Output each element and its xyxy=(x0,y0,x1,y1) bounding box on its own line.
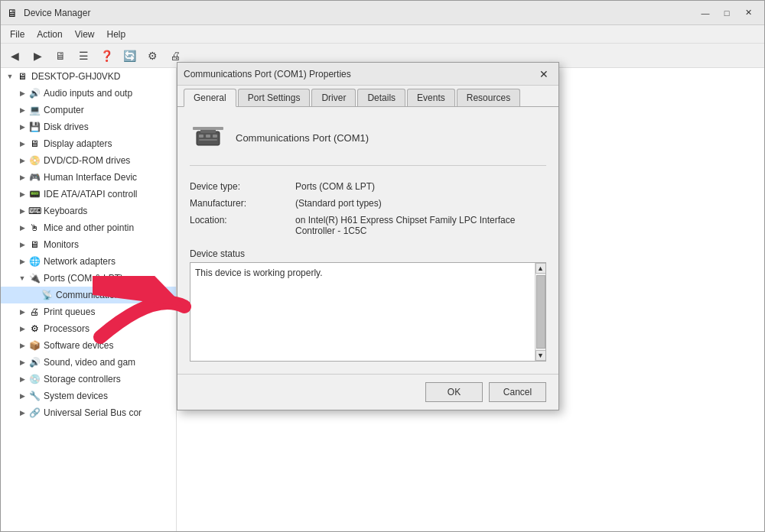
scrollbar: ▲ ▼ xyxy=(535,263,545,361)
maximize-button[interactable]: □ xyxy=(717,5,737,21)
menu-help[interactable]: Help xyxy=(101,28,132,41)
ide-expand: ▶ xyxy=(16,188,28,200)
tree-item-human[interactable]: ▶ 🎮 Human Interface Devic xyxy=(1,169,176,186)
tree-item-print[interactable]: ▶ 🖨 Print queues xyxy=(1,303,176,320)
menu-file[interactable]: File xyxy=(4,28,31,41)
dialog-tab-bar: General Port Settings Driver Details Eve… xyxy=(177,86,558,107)
audio-icon: 🔊 xyxy=(28,87,41,99)
comm-port-icon-svg xyxy=(193,124,223,151)
tree-item-ports[interactable]: ▼ 🔌 Ports (COM & LPT) xyxy=(1,270,176,287)
close-button[interactable]: ✕ xyxy=(738,5,758,21)
tree-item-ide[interactable]: ▶ 📟 IDE ATA/ATAPI controll xyxy=(1,186,176,203)
tree-item-processors[interactable]: ▶ ⚙ Processors xyxy=(1,320,176,337)
tab-general[interactable]: General xyxy=(184,89,236,107)
tree-item-keyboards[interactable]: ▶ ⌨ Keyboards xyxy=(1,203,176,219)
toolbar-refresh[interactable]: 🔄 xyxy=(119,46,140,66)
keyboards-label: Keyboards xyxy=(44,206,87,216)
toolbar-settings[interactable]: ⚙ xyxy=(142,46,163,66)
tree-item-sound[interactable]: ▶ 🔊 Sound, video and gam xyxy=(1,354,176,371)
prop-value-mfr: (Standard port types) xyxy=(295,198,546,209)
processors-label: Processors xyxy=(44,323,90,334)
tree-item-software[interactable]: ▶ 📦 Software devices xyxy=(1,337,176,354)
dvd-label: DVD/CD-ROM drives xyxy=(44,155,130,166)
dvd-icon: 📀 xyxy=(28,154,41,167)
prop-label-type: Device type: xyxy=(190,181,289,192)
menu-action[interactable]: Action xyxy=(31,28,68,41)
dialog-title-bar: Communications Port (COM1) Properties ✕ xyxy=(177,63,558,86)
root-label: DESKTOP-GHJ0VKD xyxy=(31,71,120,82)
human-expand: ▶ xyxy=(16,171,28,183)
prop-label-location: Location: xyxy=(190,215,289,236)
system-icon: 🔧 xyxy=(28,390,41,402)
dialog-footer: OK Cancel xyxy=(177,374,558,410)
tab-details[interactable]: Details xyxy=(357,89,405,106)
disk-icon: 💾 xyxy=(28,121,41,133)
dvd-expand: ▶ xyxy=(16,154,28,167)
ide-icon: 📟 xyxy=(28,188,41,200)
storage-expand: ▶ xyxy=(16,373,28,385)
comm-label: Communications P xyxy=(56,290,133,300)
sound-label: Sound, video and gam xyxy=(44,357,135,368)
svg-rect-1 xyxy=(197,131,220,145)
scrollbar-thumb[interactable] xyxy=(536,275,545,349)
tree-root[interactable]: ▼ 🖥 DESKTOP-GHJ0VKD xyxy=(1,68,176,85)
menu-view[interactable]: View xyxy=(69,28,101,41)
sound-expand: ▶ xyxy=(16,356,28,368)
tree-item-mice[interactable]: ▶ 🖱 Mice and other pointin xyxy=(1,219,176,236)
scrollbar-up[interactable]: ▲ xyxy=(536,263,546,274)
scrollbar-down[interactable]: ▼ xyxy=(536,350,546,361)
tree-item-computer[interactable]: ▶ 💻 Computer xyxy=(1,102,176,118)
toolbar-list[interactable]: ☰ xyxy=(73,46,94,66)
human-label: Human Interface Devic xyxy=(44,172,137,183)
tree-item-audio[interactable]: ▶ 🔊 Audio inputs and outp xyxy=(1,85,176,102)
minimize-button[interactable]: — xyxy=(695,5,715,21)
mice-label: Mice and other pointin xyxy=(44,222,134,233)
title-bar-left: 🖥 Device Manager xyxy=(7,7,90,19)
keyboard-icon: ⌨ xyxy=(28,205,41,217)
ok-button[interactable]: OK xyxy=(425,382,483,402)
tree-item-usb[interactable]: ▶ 🔗 Universal Serial Bus cor xyxy=(1,404,176,421)
mice-icon: 🖱 xyxy=(28,222,41,234)
svg-rect-7 xyxy=(193,127,223,130)
toolbar-back[interactable]: ◀ xyxy=(4,46,25,66)
audio-label: Audio inputs and outp xyxy=(44,88,132,99)
cancel-button[interactable]: Cancel xyxy=(489,382,546,402)
tab-driver[interactable]: Driver xyxy=(311,89,356,106)
title-bar-controls: — □ ✕ xyxy=(695,5,758,21)
display-expand: ▶ xyxy=(16,138,28,150)
sound-icon: 🔊 xyxy=(28,356,41,368)
usb-label: Universal Serial Bus cor xyxy=(44,407,142,418)
menu-bar: File Action View Help xyxy=(1,25,764,44)
svg-rect-2 xyxy=(199,135,203,138)
ide-label: IDE ATA/ATAPI controll xyxy=(44,189,137,200)
tree-item-network[interactable]: ▶ 🌐 Network adapters xyxy=(1,253,176,270)
tree-item-disk[interactable]: ▶ 💾 Disk drives xyxy=(1,118,176,135)
display-label: Display adapters xyxy=(44,138,112,149)
toolbar-help[interactable]: ❓ xyxy=(96,46,117,66)
tree-item-monitors[interactable]: ▶ 🖥 Monitors xyxy=(1,236,176,253)
toolbar-computer[interactable]: 🖥 xyxy=(50,46,71,66)
tab-port-settings[interactable]: Port Settings xyxy=(238,89,311,106)
tree-item-comm[interactable]: 📡 Communications P xyxy=(1,287,176,303)
app-icon: 🖥 xyxy=(7,7,18,19)
svg-rect-4 xyxy=(213,135,217,138)
toolbar-forward[interactable]: ▶ xyxy=(27,46,48,66)
tree-item-dvd[interactable]: ▶ 📀 DVD/CD-ROM drives xyxy=(1,152,176,169)
prop-value-type: Ports (COM & LPT) xyxy=(295,181,546,192)
device-header-name: Communications Port (COM1) xyxy=(236,132,369,144)
dialog-close-button[interactable]: ✕ xyxy=(536,66,552,82)
device-status-text: This device is working properly. xyxy=(195,268,323,278)
tab-events[interactable]: Events xyxy=(407,89,455,106)
print-icon: 🖨 xyxy=(28,306,41,318)
print-label: Print queues xyxy=(44,307,95,317)
root-expand-icon: ▼ xyxy=(4,70,16,83)
tab-resources[interactable]: Resources xyxy=(457,89,520,106)
processors-icon: ⚙ xyxy=(28,323,41,335)
tree-item-system[interactable]: ▶ 🔧 System devices xyxy=(1,388,176,404)
tree-item-display[interactable]: ▶ 🖥 Display adapters xyxy=(1,135,176,152)
system-label: System devices xyxy=(44,391,108,401)
tree-item-storage[interactable]: ▶ 💿 Storage controllers xyxy=(1,371,176,388)
device-header: Communications Port (COM1) xyxy=(190,119,546,166)
network-expand: ▶ xyxy=(16,255,28,268)
storage-icon: 💿 xyxy=(28,373,41,385)
